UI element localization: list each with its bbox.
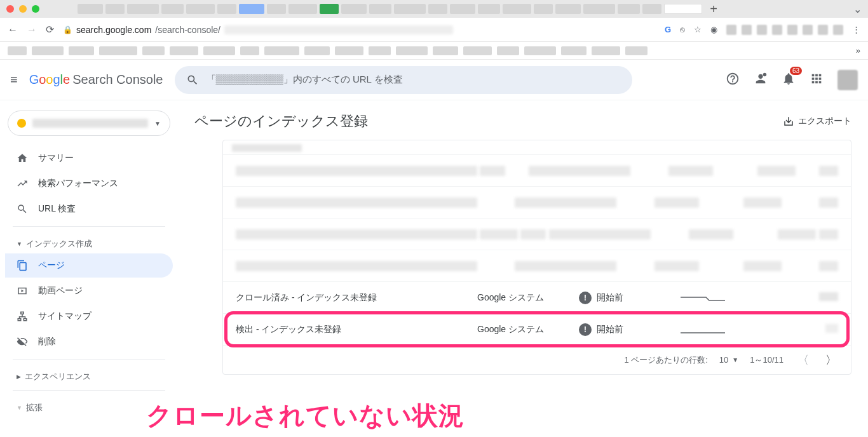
table-row-discovered-not-indexed[interactable]: 検出 - インデックス未登録 Google システム !開始前 <box>223 313 851 345</box>
source-cell: Google システム <box>477 324 579 335</box>
sidebar-section-experience[interactable]: ▶エクスペリエンス <box>5 365 173 385</box>
reason-cell: クロール済み - インデックス未登録 <box>236 292 477 304</box>
table-pager: 1 ページあたりの行数: 10 ▼ 1～10/11 〈 〉 <box>223 345 851 374</box>
sidebar-item-label: 削除 <box>38 336 56 347</box>
status-cell: 開始前 <box>597 324 623 335</box>
table-row[interactable] <box>223 250 851 281</box>
sidebar-item-label: サマリー <box>38 152 74 164</box>
trending-icon <box>17 178 28 189</box>
bookmark-star-icon[interactable]: ☆ <box>694 25 702 34</box>
account-avatar[interactable] <box>837 70 858 90</box>
main-content: ページのインデックス登録 エクスポート クロール済み - インデックス未登録 G… <box>178 100 868 437</box>
table-row[interactable] <box>223 218 851 250</box>
sidebar-section-indexing[interactable]: ▼インデックス作成 <box>5 232 173 252</box>
notification-badge: 63 <box>790 67 802 75</box>
sidebar-item-pages[interactable]: ページ <box>5 253 173 278</box>
svg-point-0 <box>763 73 767 77</box>
close-window-icon[interactable] <box>6 5 14 13</box>
search-placeholder: 「▒▒▒▒▒▒▒▒▒▒」内のすべての URL を検査 <box>207 74 403 86</box>
indexing-table: クロール済み - インデックス未登録 Google システム !開始前 検出 -… <box>222 140 851 375</box>
app-header: ≡ Google Search Console 「▒▒▒▒▒▒▒▒▒▒」内のすべ… <box>0 60 868 100</box>
apps-grid-icon[interactable] <box>810 72 824 88</box>
forward-button[interactable]: → <box>27 24 37 36</box>
pager-range: 1～10/11 <box>750 354 783 366</box>
table-row-crawled-not-indexed[interactable]: クロール済み - インデックス未登録 Google システム !開始前 <box>223 281 851 313</box>
sidebar-item-performance[interactable]: 検索パフォーマンス <box>5 171 173 196</box>
menu-icon[interactable]: ⋮ <box>852 25 860 34</box>
sidebar-item-url-inspect[interactable]: URL 検査 <box>5 197 173 221</box>
window-controls[interactable] <box>6 5 39 13</box>
pages-cell <box>750 324 838 335</box>
app-root: ≡ Google Search Console 「▒▒▒▒▒▒▒▒▒▒」内のすべ… <box>0 60 868 437</box>
sidebar-item-label: URL 検査 <box>38 203 76 215</box>
home-icon <box>17 152 28 164</box>
property-selector[interactable]: ▼ <box>8 111 170 136</box>
brand[interactable]: Google Search Console <box>29 72 163 87</box>
sidebar-item-label: ページ <box>38 260 65 271</box>
search-icon <box>17 203 28 215</box>
search-icon <box>186 74 199 86</box>
chevron-down-icon: ▼ <box>154 120 161 127</box>
table-row[interactable] <box>223 154 851 186</box>
annotation-overlay: クロールされていない状況 <box>146 398 465 433</box>
status-cell: 開始前 <box>597 292 623 304</box>
url-redacted <box>224 25 453 34</box>
fullscreen-window-icon[interactable] <box>32 5 39 13</box>
browser-tabs[interactable]: + ⌄ <box>78 0 862 18</box>
sidebar-item-label: サイトマップ <box>38 311 92 322</box>
help-icon[interactable] <box>726 72 740 88</box>
trend-cell <box>681 292 750 304</box>
sidebar-item-video-pages[interactable]: 動画ページ <box>5 279 173 303</box>
share-icon[interactable]: ⎋ <box>680 25 685 34</box>
page-title: ページのインデックス登録 <box>194 112 368 131</box>
export-button[interactable]: エクスポート <box>783 116 851 127</box>
new-tab-button[interactable]: + <box>705 4 722 14</box>
info-icon: ! <box>579 323 592 336</box>
pages-cell <box>750 292 838 303</box>
menu-toggle-icon[interactable]: ≡ <box>10 72 18 87</box>
bookmarks-bar[interactable]: » <box>0 42 868 60</box>
camera-icon[interactable]: ◉ <box>710 25 717 34</box>
trend-cell <box>681 324 750 335</box>
sidebar-item-summary[interactable]: サマリー <box>5 146 173 170</box>
window-titlebar: + ⌄ <box>0 0 868 18</box>
settings-people-icon[interactable] <box>754 72 768 88</box>
reload-button[interactable]: ⟳ <box>46 24 54 36</box>
notifications-icon[interactable]: 63 <box>782 72 796 88</box>
toolbar-actions: G ⎋ ☆ ◉ ⋮ <box>665 25 860 35</box>
sitemap-icon <box>17 311 28 322</box>
video-icon <box>17 285 28 297</box>
minimize-window-icon[interactable] <box>19 5 27 13</box>
sidebar-item-label: 動画ページ <box>38 285 83 297</box>
source-cell: Google システム <box>477 292 579 304</box>
pager-prev[interactable]: 〈 <box>795 353 811 368</box>
sidebar: ▼ サマリー 検索パフォーマンス URL 検査 ▼インデックス作成 ページ <box>0 100 178 437</box>
address-bar[interactable]: 🔒 search.google.com/search-console/ <box>63 25 656 35</box>
google-logo: Google <box>29 72 71 87</box>
sidebar-item-sitemaps[interactable]: サイトマップ <box>5 304 173 328</box>
tab-overflow-icon[interactable]: ⌄ <box>853 3 862 15</box>
url-host: search.google.com <box>76 25 151 35</box>
table-row[interactable] <box>223 186 851 218</box>
pages-icon <box>17 260 28 271</box>
rows-per-page-select[interactable]: 10 ▼ <box>719 355 738 365</box>
lock-icon: 🔒 <box>63 25 72 34</box>
back-button[interactable]: ← <box>8 24 18 36</box>
visibility-off-icon <box>17 336 28 347</box>
brand-product: Search Console <box>72 72 163 87</box>
info-icon: ! <box>579 292 592 304</box>
rows-per-page-label: 1 ページあたりの行数: <box>624 354 707 366</box>
sidebar-item-removals[interactable]: 削除 <box>5 330 173 354</box>
sidebar-item-label: 検索パフォーマンス <box>38 178 118 189</box>
url-path: /search-console/ <box>155 25 220 35</box>
pager-next[interactable]: 〉 <box>823 353 839 368</box>
browser-toolbar: ← → ⟳ 🔒 search.google.com/search-console… <box>0 18 868 42</box>
url-inspect-search[interactable]: 「▒▒▒▒▒▒▒▒▒▒」内のすべての URL を検査 <box>175 66 632 94</box>
reason-cell: 検出 - インデックス未登録 <box>236 324 477 335</box>
download-icon <box>783 116 794 127</box>
